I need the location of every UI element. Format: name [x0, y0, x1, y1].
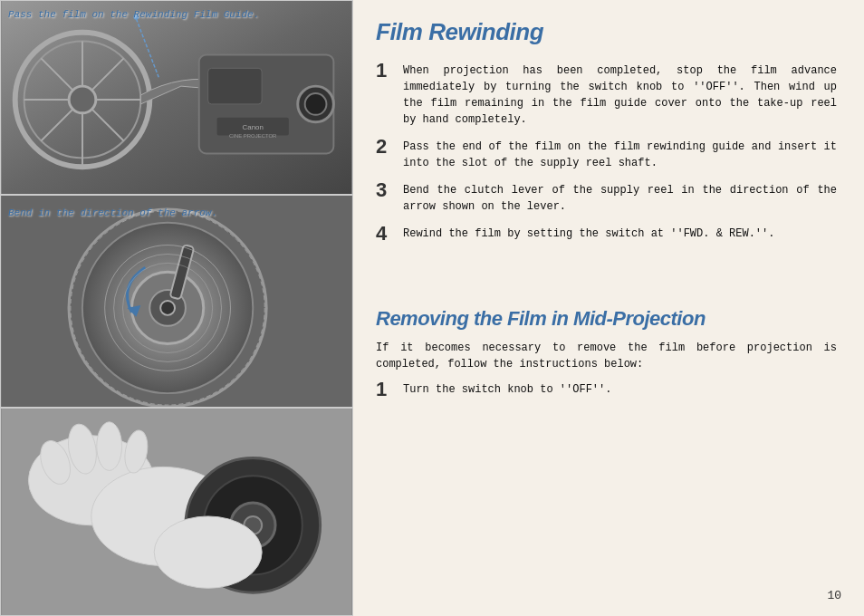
photo-2-caption: Bend in the direction of the arrow. — [8, 207, 217, 219]
film-rewinding-list: 1 When projection has been completed, st… — [376, 63, 837, 255]
removing-film-title: Removing the Film in Mid-Projection — [376, 307, 837, 331]
item-number-1: 1 — [376, 61, 396, 81]
list-item: 1 When projection has been completed, st… — [376, 63, 837, 128]
item-text-1: When projection has been completed, stop… — [403, 63, 837, 128]
photo-1-caption: Pass the film on the Rewinding Film Guid… — [8, 8, 259, 21]
page-container: Canon CINE PROJECTOR Pass the film on th… — [0, 0, 864, 616]
list-item: 1 Turn the switch knob to ''OFF''. — [376, 381, 837, 399]
list-item: 2 Pass the end of the film on the film r… — [376, 139, 837, 171]
item-text-2: Pass the end of the film on the film rew… — [403, 139, 837, 171]
item-number-3: 3 — [376, 180, 396, 200]
item-text-4: Rewind the film by setting the switch at… — [403, 226, 774, 242]
photo-3-panel — [0, 408, 353, 616]
svg-point-27 — [160, 301, 175, 315]
svg-point-45 — [154, 516, 262, 588]
film-rewinding-title: Film Rewinding — [376, 18, 837, 46]
item-text-3: Bend the clutch lever of the supply reel… — [403, 182, 837, 215]
list-item: 3 Bend the clutch lever of the supply re… — [376, 182, 837, 215]
list-item: 4 Rewind the film by setting the switch … — [376, 226, 837, 244]
photo-1-image: Canon CINE PROJECTOR — [1, 1, 352, 194]
photo-2-panel: Bend in the direction of the arrow. — [0, 195, 353, 408]
item-number-r1: 1 — [376, 380, 396, 399]
svg-text:CINE PROJECTOR: CINE PROJECTOR — [229, 133, 277, 139]
svg-text:Canon: Canon — [243, 123, 264, 131]
item-number-2: 2 — [376, 137, 396, 157]
section-divider — [376, 271, 837, 289]
svg-rect-14 — [208, 68, 262, 104]
page-number: 10 — [827, 589, 841, 602]
item-text-r1: Turn the switch knob to ''OFF''. — [403, 381, 611, 398]
svg-point-39 — [97, 422, 122, 471]
item-number-4: 4 — [376, 224, 396, 244]
photo-2-image — [1, 196, 352, 407]
photo-3-image — [1, 409, 352, 615]
removing-film-intro: If it becomes necessary to remove the fi… — [376, 340, 837, 372]
svg-point-4 — [69, 86, 96, 113]
removing-film-list: 1 Turn the switch knob to ''OFF''. — [376, 381, 837, 410]
left-column: Canon CINE PROJECTOR Pass the film on th… — [0, 0, 353, 616]
svg-point-16 — [305, 93, 327, 115]
photo-1-panel: Canon CINE PROJECTOR Pass the film on th… — [0, 0, 353, 195]
right-column: Film Rewinding 1 When projection has bee… — [353, 0, 864, 616]
